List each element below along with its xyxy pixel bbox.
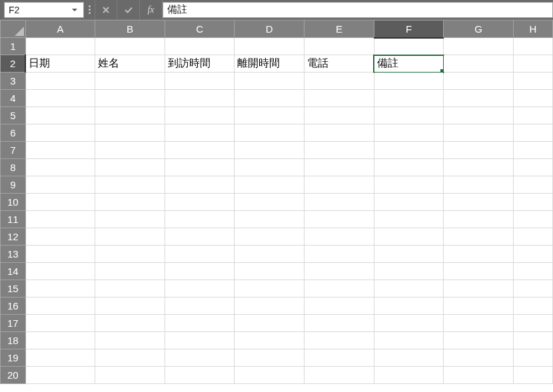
cell-C1[interactable] bbox=[165, 38, 235, 55]
cell-D17[interactable] bbox=[235, 315, 304, 332]
cell-A19[interactable] bbox=[25, 349, 95, 367]
cell-C17[interactable] bbox=[165, 315, 235, 332]
cell-H10[interactable] bbox=[513, 194, 552, 211]
cell-D15[interactable] bbox=[235, 280, 304, 297]
cell-H7[interactable] bbox=[513, 142, 552, 159]
cell-F5[interactable] bbox=[374, 107, 444, 124]
column-header-G[interactable]: G bbox=[444, 21, 513, 38]
cell-A6[interactable] bbox=[25, 124, 95, 142]
cell-G15[interactable] bbox=[444, 280, 513, 297]
column-header-A[interactable]: A bbox=[25, 21, 95, 38]
cell-D11[interactable] bbox=[235, 211, 304, 228]
cell-E6[interactable] bbox=[304, 124, 374, 142]
cell-D12[interactable] bbox=[235, 228, 304, 246]
row-header-4[interactable]: 4 bbox=[1, 90, 26, 107]
cell-E5[interactable] bbox=[304, 107, 374, 124]
cell-G5[interactable] bbox=[444, 107, 513, 124]
cell-D13[interactable] bbox=[235, 246, 304, 263]
row-header-1[interactable]: 1 bbox=[1, 38, 26, 55]
row-header-16[interactable]: 16 bbox=[1, 297, 26, 315]
cell-F11[interactable] bbox=[374, 211, 444, 228]
cell-B15[interactable] bbox=[95, 280, 165, 297]
cell-H3[interactable] bbox=[513, 73, 552, 90]
cell-A17[interactable] bbox=[25, 315, 95, 332]
cell-E8[interactable] bbox=[304, 159, 374, 176]
cell-E2[interactable]: 電話 bbox=[304, 55, 374, 73]
cell-G2[interactable] bbox=[444, 55, 513, 73]
cell-G14[interactable] bbox=[444, 263, 513, 280]
cell-A16[interactable] bbox=[25, 297, 95, 315]
cell-B2[interactable]: 姓名 bbox=[95, 55, 165, 73]
row-header-5[interactable]: 5 bbox=[1, 107, 26, 124]
cell-G13[interactable] bbox=[444, 246, 513, 263]
cell-A15[interactable] bbox=[25, 280, 95, 297]
row-header-19[interactable]: 19 bbox=[1, 349, 26, 367]
row-header-10[interactable]: 10 bbox=[1, 194, 26, 211]
cell-H4[interactable] bbox=[513, 90, 552, 107]
cell-F10[interactable] bbox=[374, 194, 444, 211]
cell-H19[interactable] bbox=[513, 349, 552, 367]
cell-H9[interactable] bbox=[513, 176, 552, 194]
cell-A20[interactable] bbox=[25, 367, 95, 384]
cell-E4[interactable] bbox=[304, 90, 374, 107]
cell-F16[interactable] bbox=[374, 297, 444, 315]
row-header-9[interactable]: 9 bbox=[1, 176, 26, 194]
column-header-H[interactable]: H bbox=[513, 21, 552, 38]
cell-D2[interactable]: 離開時間 bbox=[235, 55, 304, 73]
row-header-18[interactable]: 18 bbox=[1, 332, 26, 349]
cancel-button[interactable] bbox=[95, 0, 117, 19]
column-header-F[interactable]: F bbox=[374, 21, 444, 38]
cell-G4[interactable] bbox=[444, 90, 513, 107]
cell-B12[interactable] bbox=[95, 228, 165, 246]
cell-E14[interactable] bbox=[304, 263, 374, 280]
cell-E19[interactable] bbox=[304, 349, 374, 367]
cell-F20[interactable] bbox=[374, 367, 444, 384]
cell-G17[interactable] bbox=[444, 315, 513, 332]
cell-D1[interactable] bbox=[235, 38, 304, 55]
cell-G18[interactable] bbox=[444, 332, 513, 349]
cell-F12[interactable] bbox=[374, 228, 444, 246]
cell-A7[interactable] bbox=[25, 142, 95, 159]
cell-B5[interactable] bbox=[95, 107, 165, 124]
cell-C18[interactable] bbox=[165, 332, 235, 349]
cell-B18[interactable] bbox=[95, 332, 165, 349]
cell-E3[interactable] bbox=[304, 73, 374, 90]
cell-D10[interactable] bbox=[235, 194, 304, 211]
cell-B14[interactable] bbox=[95, 263, 165, 280]
cell-C9[interactable] bbox=[165, 176, 235, 194]
cell-E18[interactable] bbox=[304, 332, 374, 349]
cell-G10[interactable] bbox=[444, 194, 513, 211]
cell-B6[interactable] bbox=[95, 124, 165, 142]
cell-E12[interactable] bbox=[304, 228, 374, 246]
row-header-3[interactable]: 3 bbox=[1, 73, 26, 90]
cell-G7[interactable] bbox=[444, 142, 513, 159]
cell-A12[interactable] bbox=[25, 228, 95, 246]
cell-E11[interactable] bbox=[304, 211, 374, 228]
cell-H12[interactable] bbox=[513, 228, 552, 246]
cell-C12[interactable] bbox=[165, 228, 235, 246]
cell-G8[interactable] bbox=[444, 159, 513, 176]
cell-E9[interactable] bbox=[304, 176, 374, 194]
cell-F18[interactable] bbox=[374, 332, 444, 349]
cell-D19[interactable] bbox=[235, 349, 304, 367]
spreadsheet-grid[interactable]: ABCDEFGH12日期姓名到訪時間離開時間電話備註34567891011121… bbox=[0, 20, 553, 384]
row-header-20[interactable]: 20 bbox=[1, 367, 26, 384]
row-header-8[interactable]: 8 bbox=[1, 159, 26, 176]
cell-D7[interactable] bbox=[235, 142, 304, 159]
confirm-button[interactable] bbox=[117, 0, 140, 19]
formula-input[interactable]: 備註 bbox=[163, 2, 553, 18]
cell-G3[interactable] bbox=[444, 73, 513, 90]
cell-A1[interactable] bbox=[25, 38, 95, 55]
cell-E15[interactable] bbox=[304, 280, 374, 297]
cell-B19[interactable] bbox=[95, 349, 165, 367]
cell-F15[interactable] bbox=[374, 280, 444, 297]
cell-A2[interactable]: 日期 bbox=[25, 55, 95, 73]
cell-C11[interactable] bbox=[165, 211, 235, 228]
row-header-15[interactable]: 15 bbox=[1, 280, 26, 297]
cell-A9[interactable] bbox=[25, 176, 95, 194]
row-header-11[interactable]: 11 bbox=[1, 211, 26, 228]
column-header-E[interactable]: E bbox=[304, 21, 374, 38]
row-header-6[interactable]: 6 bbox=[1, 124, 26, 142]
cell-G20[interactable] bbox=[444, 367, 513, 384]
cell-G11[interactable] bbox=[444, 211, 513, 228]
